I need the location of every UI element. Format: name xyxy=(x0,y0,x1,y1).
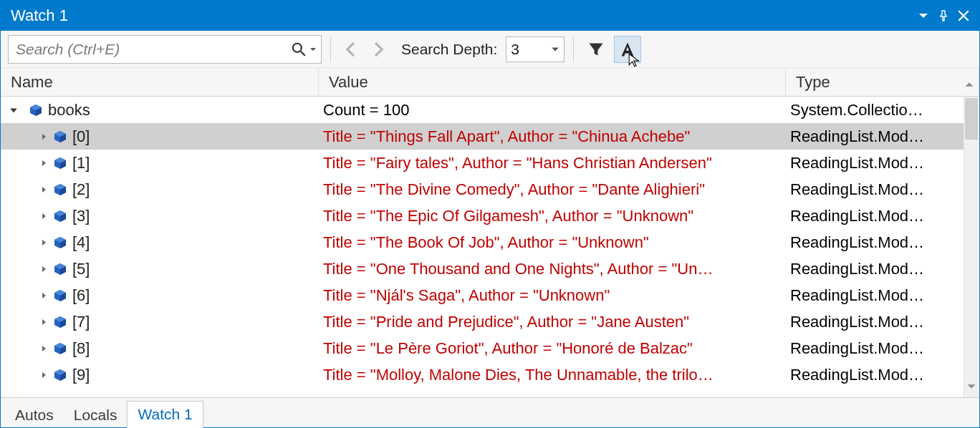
pin-button[interactable] xyxy=(933,6,953,26)
scroll-up-icon[interactable] xyxy=(964,75,974,94)
search-depth-combo[interactable]: 3 xyxy=(506,37,565,62)
row-name: [1] xyxy=(72,154,90,172)
row-name: [4] xyxy=(72,233,90,252)
filter-button[interactable] xyxy=(582,36,610,63)
row-value: Count = 100 xyxy=(319,101,786,120)
expander-icon[interactable] xyxy=(6,106,21,115)
column-type[interactable]: Type xyxy=(786,68,979,96)
row-type: ReadingList.Mod… xyxy=(786,366,979,384)
row-value: Title = "The Divine Comedy", Author = "D… xyxy=(319,180,786,199)
row-type: ReadingList.Mod… xyxy=(786,313,979,331)
vertical-scrollbar[interactable] xyxy=(964,97,979,397)
object-icon xyxy=(27,103,45,117)
row-name: [3] xyxy=(72,207,90,225)
search-depth-label: Search Depth: xyxy=(401,41,497,58)
watch-window: Watch 1 Search Depth: xyxy=(0,0,980,428)
object-icon xyxy=(51,130,69,144)
row-type: ReadingList.Mod… xyxy=(786,127,979,146)
row-value: Title = "Njál's Saga", Author = "Unknown… xyxy=(319,286,786,305)
search-dropdown-icon[interactable] xyxy=(307,46,317,53)
table-row[interactable]: [0]Title = "Things Fall Apart", Author =… xyxy=(1,123,979,150)
table-row[interactable]: [6]Title = "Njál's Saga", Author = "Unkn… xyxy=(1,282,979,308)
table-row[interactable]: [9]Title = "Molloy, Malone Dies, The Unn… xyxy=(1,361,979,388)
toolbar: Search Depth: 3 xyxy=(1,31,979,68)
row-name: [6] xyxy=(72,286,90,305)
table-row-root[interactable]: booksCount = 100System.Collectio… xyxy=(1,97,979,123)
row-type: ReadingList.Mod… xyxy=(786,339,979,358)
grid-header: Name Value Type xyxy=(1,68,979,97)
row-type: ReadingList.Mod… xyxy=(786,233,979,252)
table-row[interactable]: [5]Title = "One Thousand and One Nights"… xyxy=(1,256,979,282)
grid-body: booksCount = 100System.Collectio…[0]Titl… xyxy=(1,97,979,397)
tab-watch-1[interactable]: Watch 1 xyxy=(127,401,203,428)
column-name[interactable]: Name xyxy=(1,68,319,96)
row-value: Title = "Things Fall Apart", Author = "C… xyxy=(319,127,786,146)
svg-line-1 xyxy=(301,51,305,55)
row-name: [9] xyxy=(72,366,90,384)
row-value: Title = "Le Père Goriot", Author = "Hono… xyxy=(319,339,786,358)
row-name: [0] xyxy=(72,127,90,146)
row-type: ReadingList.Mod… xyxy=(786,260,979,278)
expander-icon[interactable] xyxy=(37,371,51,379)
object-icon xyxy=(51,341,69,356)
column-type-label: Type xyxy=(796,73,830,92)
search-input[interactable] xyxy=(16,41,291,58)
table-row[interactable]: [3]Title = "The Epic Of Gilgamesh", Auth… xyxy=(1,203,979,229)
close-button[interactable] xyxy=(953,6,974,26)
expander-icon[interactable] xyxy=(37,186,51,193)
row-type: ReadingList.Mod… xyxy=(786,286,979,305)
nav-forward-button[interactable] xyxy=(367,38,390,61)
tab-locals[interactable]: Locals xyxy=(64,402,128,428)
object-icon xyxy=(51,288,69,303)
table-row[interactable]: [4]Title = "The Book Of Job", Author = "… xyxy=(1,229,979,256)
object-icon xyxy=(51,262,69,276)
titlebar: Watch 1 xyxy=(1,1,979,31)
object-icon xyxy=(51,235,69,250)
scroll-down-icon[interactable] xyxy=(966,381,976,394)
row-type: ReadingList.Mod… xyxy=(786,207,979,225)
separator xyxy=(573,37,574,62)
table-row[interactable]: [7]Title = "Pride and Prejudice", Author… xyxy=(1,308,979,335)
expander-icon[interactable] xyxy=(37,318,51,326)
table-row[interactable]: [2]Title = "The Divine Comedy", Author =… xyxy=(1,176,979,203)
expander-icon[interactable] xyxy=(37,266,51,273)
row-type: ReadingList.Mod… xyxy=(786,154,979,172)
row-name: [2] xyxy=(72,180,90,199)
expander-icon[interactable] xyxy=(37,345,51,352)
window-menu-button[interactable] xyxy=(913,6,933,26)
window-title: Watch 1 xyxy=(11,6,913,25)
nav-back-button[interactable] xyxy=(340,38,362,61)
search-icon[interactable] xyxy=(291,42,307,57)
search-box[interactable] xyxy=(8,35,322,64)
column-value[interactable]: Value xyxy=(319,68,786,96)
scroll-thumb[interactable] xyxy=(965,98,978,140)
row-value: Title = "One Thousand and One Nights", A… xyxy=(319,260,786,278)
row-type: ReadingList.Mod… xyxy=(786,180,979,199)
row-name: [5] xyxy=(72,260,90,278)
expander-icon[interactable] xyxy=(37,239,51,246)
object-icon xyxy=(51,315,69,329)
row-value: Title = "Pride and Prejudice", Author = … xyxy=(319,313,786,331)
row-name: [8] xyxy=(72,339,90,358)
table-row[interactable]: [1]Title = "Fairy tales", Author = "Hans… xyxy=(1,150,979,176)
row-name: [7] xyxy=(72,313,90,331)
chevron-down-icon xyxy=(551,45,559,54)
search-depth-value: 3 xyxy=(511,41,551,58)
expander-icon[interactable] xyxy=(37,292,51,299)
tab-autos[interactable]: Autos xyxy=(5,402,64,428)
object-icon xyxy=(51,368,69,382)
separator xyxy=(330,37,331,62)
row-type: System.Collectio… xyxy=(786,101,979,120)
text-style-button[interactable] xyxy=(614,36,641,63)
row-value: Title = "Molloy, Malone Dies, The Unnama… xyxy=(319,366,786,384)
row-value: Title = "The Epic Of Gilgamesh", Author … xyxy=(319,207,786,225)
object-icon xyxy=(51,183,69,197)
bottom-tabs: AutosLocalsWatch 1 xyxy=(1,397,979,427)
expander-icon[interactable] xyxy=(37,160,51,167)
object-icon xyxy=(51,156,69,170)
expander-icon[interactable] xyxy=(37,133,51,140)
row-name: books xyxy=(48,101,90,120)
svg-point-0 xyxy=(293,43,302,52)
expander-icon[interactable] xyxy=(37,213,51,220)
table-row[interactable]: [8]Title = "Le Père Goriot", Author = "H… xyxy=(1,335,979,361)
